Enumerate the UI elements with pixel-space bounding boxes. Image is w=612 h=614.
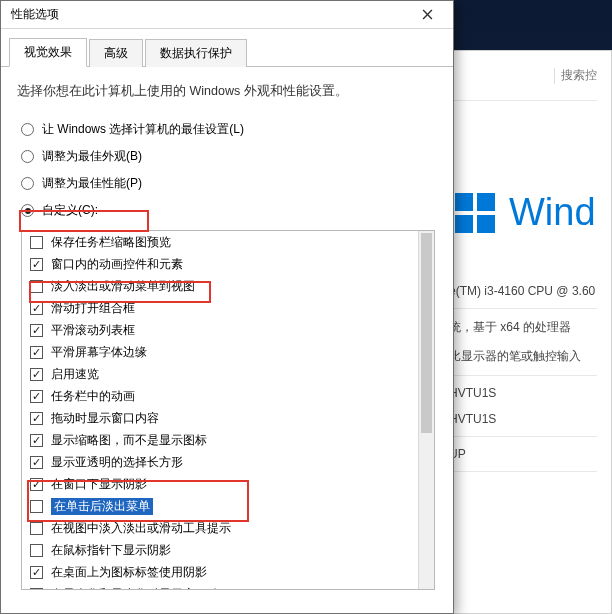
checkbox-icon[interactable] xyxy=(30,258,43,271)
scrollbar-thumb[interactable] xyxy=(421,233,432,433)
checkbox-icon[interactable] xyxy=(30,544,43,557)
option-label: 在视图中淡入淡出或滑动工具提示 xyxy=(51,520,231,537)
tab-advanced[interactable]: 高级 xyxy=(89,39,143,67)
info-line: UP xyxy=(445,441,597,467)
checkbox-icon[interactable] xyxy=(30,368,43,381)
dialog-title: 性能选项 xyxy=(11,6,59,23)
windows-brand-text: Wind xyxy=(509,191,596,234)
option-label: 淡入淡出或滑动菜单到视图 xyxy=(51,278,195,295)
option-row[interactable]: 平滑滚动列表框 xyxy=(22,319,434,341)
checkbox-icon[interactable] xyxy=(30,390,43,403)
tab-label: 数据执行保护 xyxy=(160,46,232,60)
radio-icon xyxy=(21,123,34,136)
checkbox-icon[interactable] xyxy=(30,412,43,425)
info-line: HVTU1S xyxy=(445,380,597,406)
option-row[interactable]: 在鼠标指针下显示阴影 xyxy=(22,539,434,561)
checkbox-icon[interactable] xyxy=(30,566,43,579)
option-row[interactable]: 显示缩略图，而不是显示图标 xyxy=(22,429,434,451)
option-label: 窗口内的动画控件和元素 xyxy=(51,256,183,273)
option-row[interactable]: 任务栏中的动画 xyxy=(22,385,434,407)
option-row[interactable]: 在窗口下显示阴影 xyxy=(22,473,434,495)
radio-label: 让 Windows 选择计算机的最佳设置(L) xyxy=(42,121,244,138)
option-row[interactable]: 在单击后淡出菜单 xyxy=(22,495,434,517)
option-row[interactable]: 在最大化和最小化时显示窗口动画 xyxy=(22,583,434,590)
info-line: 统，基于 x64 的处理器 xyxy=(445,313,597,342)
option-label: 在最大化和最小化时显示窗口动画 xyxy=(51,586,231,591)
option-row[interactable]: 在桌面上为图标标签使用阴影 xyxy=(22,561,434,583)
checkbox-icon[interactable] xyxy=(30,236,43,249)
option-row[interactable]: 显示亚透明的选择长方形 xyxy=(22,451,434,473)
info-line: HVTU1S xyxy=(445,406,597,432)
checkbox-icon[interactable] xyxy=(30,324,43,337)
option-label: 滑动打开组合框 xyxy=(51,300,135,317)
search-placeholder[interactable]: 搜索控 xyxy=(561,67,597,84)
option-label: 显示亚透明的选择长方形 xyxy=(51,454,183,471)
option-label: 显示缩略图，而不是显示图标 xyxy=(51,432,207,449)
info-line: e(TM) i3-4160 CPU @ 3.60 xyxy=(445,278,597,304)
scrollbar-vertical[interactable] xyxy=(418,231,434,589)
radio-let-windows-choose[interactable]: 让 Windows 选择计算机的最佳设置(L) xyxy=(21,116,435,143)
option-row[interactable]: 平滑屏幕字体边缘 xyxy=(22,341,434,363)
checkbox-icon[interactable] xyxy=(30,478,43,491)
option-label: 任务栏中的动画 xyxy=(51,388,135,405)
radio-label: 自定义(C): xyxy=(42,202,98,219)
tab-label: 高级 xyxy=(104,46,128,60)
windows-brand: Wind xyxy=(445,101,597,274)
option-label: 在鼠标指针下显示阴影 xyxy=(51,542,171,559)
tab-dep[interactable]: 数据执行保护 xyxy=(145,39,247,67)
radio-best-appearance[interactable]: 调整为最佳外观(B) xyxy=(21,143,435,170)
dialog-body: 让 Windows 选择计算机的最佳设置(L) 调整为最佳外观(B) 调整为最佳… xyxy=(1,110,453,613)
checkbox-icon[interactable] xyxy=(30,280,43,293)
performance-options-dialog: 性能选项 视觉效果 高级 数据执行保护 选择你想在此计算机上使用的 Window… xyxy=(0,0,454,614)
option-row[interactable]: 启用速览 xyxy=(22,363,434,385)
option-label: 拖动时显示窗口内容 xyxy=(51,410,159,427)
checkbox-icon[interactable] xyxy=(30,302,43,315)
option-label: 保存任务栏缩略图预览 xyxy=(51,234,171,251)
checkbox-icon[interactable] xyxy=(30,522,43,535)
option-row[interactable]: 滑动打开组合框 xyxy=(22,297,434,319)
option-row[interactable]: 在视图中淡入淡出或滑动工具提示 xyxy=(22,517,434,539)
option-label: 启用速览 xyxy=(51,366,99,383)
radio-custom[interactable]: 自定义(C): xyxy=(21,197,435,224)
checkbox-icon[interactable] xyxy=(30,456,43,469)
dialog-titlebar: 性能选项 xyxy=(1,1,453,29)
visual-effects-list: 保存任务栏缩略图预览窗口内的动画控件和元素淡入淡出或滑动菜单到视图滑动打开组合框… xyxy=(21,230,435,590)
radio-icon xyxy=(21,177,34,190)
radio-label: 调整为最佳外观(B) xyxy=(42,148,142,165)
option-row[interactable]: 保存任务栏缩略图预览 xyxy=(22,231,434,253)
windows-logo-icon xyxy=(455,193,495,233)
checkbox-icon[interactable] xyxy=(30,500,43,513)
option-row[interactable]: 淡入淡出或滑动菜单到视图 xyxy=(22,275,434,297)
radio-best-performance[interactable]: 调整为最佳性能(P) xyxy=(21,170,435,197)
system-info-list: e(TM) i3-4160 CPU @ 3.60 统，基于 x64 的处理器 比… xyxy=(445,278,597,472)
radio-icon xyxy=(21,204,34,217)
radio-label: 调整为最佳性能(P) xyxy=(42,175,142,192)
checkbox-icon[interactable] xyxy=(30,588,43,591)
option-label: 平滑滚动列表框 xyxy=(51,322,135,339)
radio-icon xyxy=(21,150,34,163)
close-button[interactable] xyxy=(407,3,447,27)
checkbox-icon[interactable] xyxy=(30,434,43,447)
tab-strip: 视觉效果 高级 数据执行保护 xyxy=(1,29,453,67)
tab-visual-effects[interactable]: 视觉效果 xyxy=(9,38,87,67)
toolbar-separator xyxy=(554,68,555,84)
info-line: 比显示器的笔或触控输入 xyxy=(445,342,597,371)
option-label: 平滑屏幕字体边缘 xyxy=(51,344,147,361)
checkbox-icon[interactable] xyxy=(30,346,43,359)
tab-label: 视觉效果 xyxy=(24,45,72,59)
page-subtitle: 选择你想在此计算机上使用的 Windows 外观和性能设置。 xyxy=(1,67,453,110)
option-label: 在单击后淡出菜单 xyxy=(51,498,153,515)
option-row[interactable]: 拖动时显示窗口内容 xyxy=(22,407,434,429)
option-label: 在窗口下显示阴影 xyxy=(51,476,147,493)
option-row[interactable]: 窗口内的动画控件和元素 xyxy=(22,253,434,275)
system-info-window: 搜索控 Wind e(TM) i3-4160 CPU @ 3.60 统，基于 x… xyxy=(430,50,612,614)
option-label: 在桌面上为图标标签使用阴影 xyxy=(51,564,207,581)
close-icon xyxy=(422,9,433,20)
